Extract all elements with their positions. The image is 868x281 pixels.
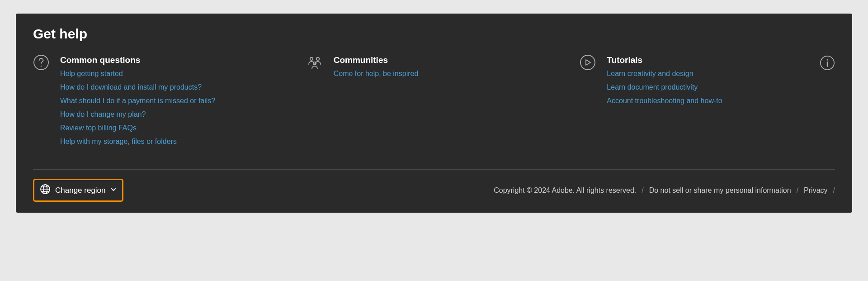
column-title: Tutorials <box>607 55 809 65</box>
column-content: Tutorials Learn creativity and design Le… <box>607 55 809 110</box>
chevron-down-icon <box>110 186 117 195</box>
link-download-install[interactable]: How do I download and install my product… <box>60 83 202 91</box>
svg-point-2 <box>310 57 312 60</box>
play-circle-icon <box>580 54 596 71</box>
link-learn-creativity[interactable]: Learn creativity and design <box>607 70 693 77</box>
link-privacy[interactable]: Privacy <box>804 186 827 195</box>
link-do-not-sell[interactable]: Do not sell or share my personal informa… <box>649 186 791 195</box>
link-change-plan[interactable]: How do I change my plan? <box>60 110 146 118</box>
info-circle-icon[interactable] <box>820 55 835 71</box>
link-billing-faqs[interactable]: Review top billing FAQs <box>60 124 137 132</box>
link-storage-files[interactable]: Help with my storage, files or folders <box>60 138 177 145</box>
panel-header: Get help <box>16 14 852 55</box>
column-title: Common questions <box>60 55 288 65</box>
column-common-questions: Common questions Help getting started Ho… <box>33 55 288 151</box>
link-list: Help getting started How do I download a… <box>60 70 288 146</box>
help-panel: Get help Common questions Help getting s… <box>16 14 852 213</box>
change-region-button[interactable]: Change region <box>33 179 123 202</box>
column-tutorials: Tutorials Learn creativity and design Le… <box>580 55 835 151</box>
svg-point-7 <box>827 59 828 61</box>
separator: / <box>833 186 835 195</box>
help-columns: Common questions Help getting started Ho… <box>16 55 852 169</box>
column-content: Common questions Help getting started Ho… <box>60 55 288 151</box>
page-title: Get help <box>33 26 835 42</box>
people-icon <box>307 54 323 71</box>
column-communities: Communities Come for help, be inspired <box>307 55 562 151</box>
panel-footer: Change region Copyright © 2024 Adobe. Al… <box>16 170 852 213</box>
globe-icon <box>40 184 51 197</box>
link-list: Come for help, be inspired <box>334 70 562 78</box>
link-list: Learn creativity and design Learn docume… <box>607 70 809 105</box>
column-title: Communities <box>334 55 562 65</box>
copyright-text: Copyright © 2024 Adobe. All rights reser… <box>494 186 636 195</box>
link-account-troubleshooting[interactable]: Account troubleshooting and how-to <box>607 97 722 105</box>
link-come-for-help[interactable]: Come for help, be inspired <box>334 70 419 77</box>
legal-text: Copyright © 2024 Adobe. All rights reser… <box>494 186 835 195</box>
change-region-label: Change region <box>55 186 106 195</box>
question-circle-icon <box>33 54 49 71</box>
svg-point-5 <box>580 55 595 70</box>
separator: / <box>797 186 798 195</box>
link-payment-missed[interactable]: What should I do if a payment is missed … <box>60 97 215 105</box>
svg-point-3 <box>316 57 319 60</box>
link-help-getting-started[interactable]: Help getting started <box>60 70 123 77</box>
link-learn-document[interactable]: Learn document productivity <box>607 83 698 91</box>
separator: / <box>642 186 643 195</box>
column-content: Communities Come for help, be inspired <box>334 55 562 83</box>
svg-point-1 <box>41 66 42 67</box>
